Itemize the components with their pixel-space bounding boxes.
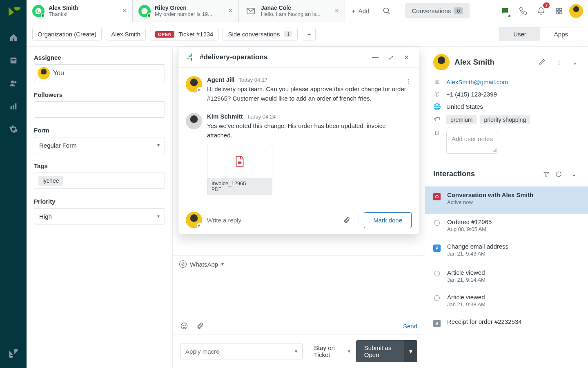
interaction-item[interactable]: Article viewedJan 21, 9:14 AM [433, 265, 580, 289]
context-panel-toggle: User Apps [499, 27, 582, 41]
interaction-item[interactable]: Article viewedJan 21, 9:38 AM [433, 289, 580, 314]
conversation-panel: #delivery-operations — ⤢ ✕ ◐ Agent Jill [173, 47, 425, 368]
user-email[interactable]: AlexSmith@gmail.com [446, 79, 508, 85]
close-icon[interactable]: ✕ [401, 54, 412, 61]
breadcrumb-ticket[interactable]: OPEN Ticket #1234 [150, 28, 219, 40]
attachment-icon[interactable] [196, 322, 204, 330]
message-body: Hi delivery ops team. Can you please app… [207, 85, 412, 103]
svg-rect-16 [191, 58, 192, 61]
stay-on-ticket-dropdown[interactable]: Stay on Ticket ▾ [314, 344, 350, 358]
interaction-item[interactable]: Change email addressJan 21, 9:43 AM [433, 239, 580, 265]
composer-channel[interactable]: WhatsApp [190, 261, 218, 268]
nav-reporting-icon[interactable] [4, 97, 22, 115]
attachment-icon[interactable] [340, 216, 354, 224]
assignee-label: Assignee [34, 54, 165, 61]
svg-point-9 [384, 8, 389, 13]
form-select[interactable]: Regular Form ▾ [34, 137, 165, 153]
svg-rect-10 [556, 8, 558, 10]
breadcrumb-org[interactable]: Organization (Create) [32, 28, 102, 40]
submit-button[interactable]: Submit as Open [356, 340, 404, 362]
search-button[interactable] [376, 0, 398, 22]
attachment[interactable]: Invoice_12965 PDF [207, 145, 272, 195]
message-time: Today 04:24 [247, 114, 276, 120]
message-avatar: ◐ [186, 76, 202, 92]
expand-icon[interactable]: ⤢ [385, 54, 396, 61]
message-body: Yes we've noted this change. His order h… [207, 121, 412, 140]
priority-label: Priority [34, 198, 165, 205]
mark-done-button[interactable]: Mark done [364, 212, 412, 228]
svg-rect-12 [556, 11, 558, 13]
interactions-title: Interactions [433, 170, 543, 178]
interaction-item[interactable]: Receipt for order #2232534 [433, 314, 580, 331]
send-button[interactable]: Send [403, 323, 417, 330]
chevron-down-icon[interactable]: ⌄ [568, 170, 580, 178]
conversations-button[interactable]: Conversations 0 [405, 3, 469, 18]
tags-field[interactable]: lychee [34, 173, 165, 189]
emoji-icon[interactable] [180, 322, 188, 330]
tab-title: Janae Cole [261, 4, 321, 11]
kebab-menu-icon[interactable]: ⋮ [554, 58, 564, 66]
segment-user[interactable]: User [499, 27, 540, 41]
nav-customers-icon[interactable] [4, 74, 22, 92]
current-user-avatar[interactable] [569, 4, 583, 18]
reply-input[interactable] [207, 217, 335, 224]
message-menu-icon[interactable]: ⋮ [405, 78, 412, 85]
svg-point-20 [183, 325, 184, 326]
edit-icon[interactable] [538, 58, 549, 66]
apps-grid-icon[interactable] [551, 3, 567, 19]
filter-icon[interactable] [543, 171, 555, 177]
zendesk-product-switcher-icon[interactable] [4, 343, 22, 361]
add-tab-button[interactable]: + Add [345, 0, 376, 22]
tab-alex-smith[interactable]: Alex Smith Thanks! × [27, 0, 133, 22]
add-side-conversation-button[interactable]: + [302, 28, 316, 40]
interaction-item[interactable]: Conversation with Alex SmithActive now [425, 186, 588, 214]
submit-dropdown-button[interactable]: ▾ [404, 340, 417, 362]
tag-chip[interactable]: lychee [38, 176, 63, 186]
close-icon[interactable]: × [122, 7, 127, 15]
priority-select[interactable]: High ▾ [34, 208, 165, 224]
chevron-down-icon[interactable]: ⌄ [569, 58, 580, 66]
breadcrumb-user[interactable]: Alex Smith [106, 28, 146, 40]
assignee-field[interactable]: You [34, 64, 165, 82]
svg-point-3 [11, 81, 13, 83]
tab-janae-cole[interactable]: Janae Cole Hello, I am having an is... × [239, 0, 345, 22]
nav-views-icon[interactable] [4, 52, 22, 70]
tab-preview: My order number is 19... [155, 11, 212, 17]
macro-select[interactable]: Apply macro ▾ [180, 343, 303, 359]
user-notes-textarea[interactable]: Add user notes [446, 131, 498, 154]
refresh-icon[interactable] [555, 171, 568, 177]
user-tag[interactable]: premium [446, 115, 477, 124]
email-icon [245, 5, 257, 17]
side-conversation-title: #delivery-operations [200, 53, 267, 61]
segment-apps[interactable]: Apps [540, 27, 582, 41]
minimize-icon[interactable]: — [370, 54, 381, 61]
tab-riley-green[interactable]: Riley Green My order number is 19... × [133, 0, 239, 22]
composer-textarea[interactable] [173, 273, 425, 318]
followers-field[interactable] [34, 101, 165, 118]
user-phone: +1 (415) 123-2399 [446, 91, 497, 98]
agent-badge-icon: ◐ [196, 87, 202, 92]
whatsapp-icon: ✆ [179, 260, 187, 268]
chat-status-icon[interactable] [497, 3, 513, 19]
call-icon[interactable] [515, 3, 531, 19]
whatsapp-icon [138, 5, 151, 17]
message-author: Agent Jill [207, 76, 235, 83]
tab-title: Riley Green [155, 4, 212, 11]
svg-rect-1 [11, 59, 15, 60]
nav-home-icon[interactable] [4, 29, 22, 47]
nav-admin-icon[interactable] [4, 120, 22, 138]
ticket-properties-panel: Assignee You Followers Form Regular Form… [27, 47, 173, 368]
notifications-icon[interactable]: 7 [533, 3, 549, 19]
svg-rect-7 [15, 103, 16, 110]
tab-preview: Hello, I am having an is... [261, 11, 321, 17]
close-icon[interactable]: × [334, 7, 339, 15]
interaction-item[interactable]: Ordered #12965Aug 08, 9:05 AM [433, 214, 580, 239]
tab-title: Alex Smith [49, 4, 78, 11]
side-conversation-panel: #delivery-operations — ⤢ ✕ ◐ Agent Jill [178, 47, 419, 234]
user-tag[interactable]: priority shopping [480, 115, 530, 124]
close-icon[interactable]: × [228, 7, 233, 15]
svg-rect-15 [187, 58, 189, 59]
user-name: Alex Smith [454, 58, 533, 67]
chevron-down-icon[interactable]: ▾ [221, 261, 224, 267]
side-conversations-pill[interactable]: Side conversations 1 [223, 28, 298, 40]
